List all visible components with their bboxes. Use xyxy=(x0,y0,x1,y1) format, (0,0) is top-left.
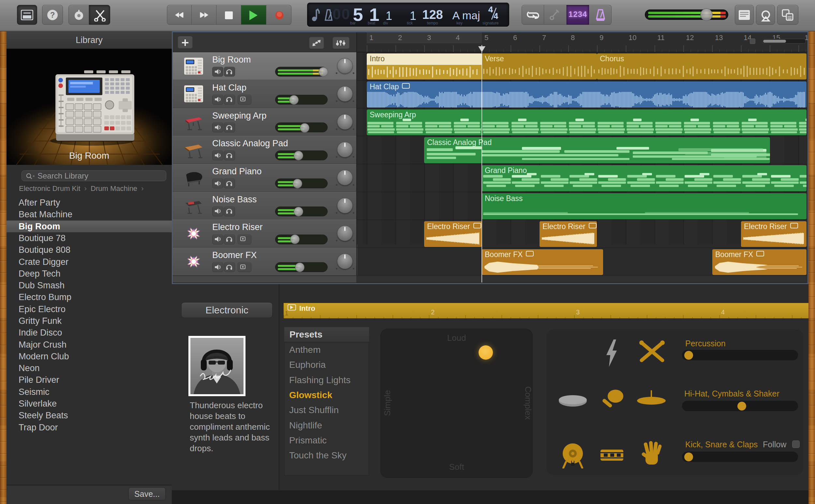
svg-text:?: ? xyxy=(50,10,55,19)
